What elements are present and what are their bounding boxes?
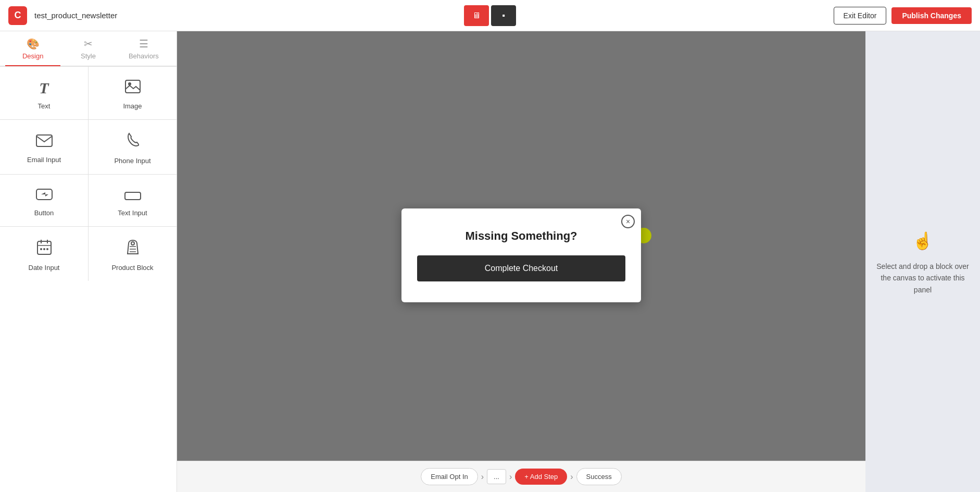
add-step-button[interactable]: + Add Step bbox=[515, 469, 567, 485]
header: C test_product_newsletter 🖥 ▪ Exit Edito… bbox=[0, 0, 980, 31]
modal-close-button[interactable]: × bbox=[621, 215, 635, 228]
main-area: 🎨 Design ✂ Style ☰ Behaviors T Text bbox=[0, 31, 980, 492]
text-input-block-icon bbox=[124, 187, 141, 204]
canvas[interactable]: × Missing Something? Complete Checkout bbox=[177, 31, 865, 461]
style-icon: ✂ bbox=[84, 38, 93, 50]
tab-design[interactable]: 🎨 Design bbox=[5, 31, 60, 66]
block-button[interactable]: Button bbox=[0, 175, 88, 226]
product-block-icon bbox=[125, 239, 140, 259]
step-email-opt-in[interactable]: Email Opt In bbox=[421, 468, 478, 485]
desktop-view-button[interactable]: 🖥 bbox=[464, 5, 489, 26]
step-success[interactable]: Success bbox=[576, 468, 622, 485]
date-block-icon bbox=[37, 239, 52, 259]
exit-editor-button[interactable]: Exit Editor bbox=[834, 7, 887, 24]
button-block-icon bbox=[36, 187, 53, 204]
block-image[interactable]: Image bbox=[89, 67, 177, 119]
behaviors-icon: ☰ bbox=[139, 38, 148, 50]
modal-title: Missing Something? bbox=[417, 229, 625, 243]
tab-behaviors[interactable]: ☰ Behaviors bbox=[116, 31, 171, 66]
mobile-view-button[interactable]: ▪ bbox=[491, 5, 516, 26]
canvas-area: × Missing Something? Complete Checkout E… bbox=[177, 31, 865, 492]
image-block-icon bbox=[125, 80, 141, 97]
modal-popup: × Missing Something? Complete Checkout bbox=[401, 208, 641, 302]
header-actions: Exit Editor Publish Changes bbox=[834, 7, 972, 24]
step-arrow-1: › bbox=[481, 472, 484, 482]
block-email-input[interactable]: Email Input bbox=[0, 120, 88, 174]
right-panel-text: Select and drop a block over the canvas … bbox=[876, 262, 969, 294]
step-more-options[interactable]: ... bbox=[487, 469, 506, 484]
sidebar: 🎨 Design ✂ Style ☰ Behaviors T Text bbox=[0, 31, 177, 492]
tab-style[interactable]: ✂ Style bbox=[60, 31, 116, 66]
block-text[interactable]: T Text bbox=[0, 67, 88, 119]
step-bar: Email Opt In › ... › + Add Step › Succes… bbox=[177, 461, 865, 492]
view-toggle: 🖥 ▪ bbox=[464, 5, 516, 26]
block-product[interactable]: Product Block bbox=[89, 227, 177, 281]
blocks-grid: T Text Image Email Input bbox=[0, 66, 177, 281]
complete-checkout-button[interactable]: Complete Checkout bbox=[417, 255, 625, 281]
svg-point-9 bbox=[40, 248, 42, 250]
page-title: test_product_newsletter bbox=[34, 11, 117, 20]
block-text-input[interactable]: Text Input bbox=[89, 175, 177, 226]
right-panel-icon: ☝ bbox=[876, 228, 970, 254]
block-date-input[interactable]: Date Input bbox=[0, 227, 88, 281]
sidebar-tabs: 🎨 Design ✂ Style ☰ Behaviors bbox=[0, 31, 177, 66]
publish-changes-button[interactable]: Publish Changes bbox=[891, 7, 972, 24]
right-panel: ☝ Select and drop a block over the canva… bbox=[865, 31, 980, 492]
text-block-icon: T bbox=[39, 79, 48, 97]
design-icon: 🎨 bbox=[27, 38, 40, 50]
step-arrow-3: › bbox=[570, 472, 573, 482]
phone-block-icon bbox=[127, 132, 139, 152]
email-block-icon bbox=[36, 134, 53, 151]
svg-rect-2 bbox=[36, 135, 52, 146]
svg-point-12 bbox=[131, 242, 134, 245]
app-logo: C bbox=[8, 6, 27, 25]
block-phone-input[interactable]: Phone Input bbox=[89, 120, 177, 174]
step-arrow-2: › bbox=[509, 472, 512, 482]
svg-rect-5 bbox=[37, 241, 51, 254]
svg-point-10 bbox=[43, 248, 45, 250]
svg-point-11 bbox=[46, 248, 48, 250]
svg-rect-4 bbox=[125, 192, 141, 200]
